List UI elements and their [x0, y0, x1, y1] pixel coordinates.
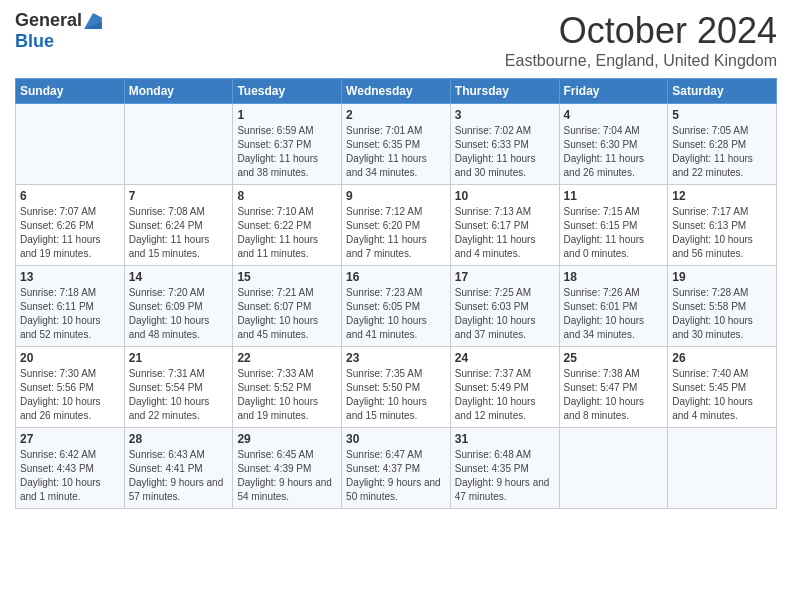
day-number: 10 — [455, 189, 555, 203]
cell-content: Sunrise: 7:38 AM Sunset: 5:47 PM Dayligh… — [564, 367, 664, 423]
calendar-cell: 11Sunrise: 7:15 AM Sunset: 6:15 PM Dayli… — [559, 185, 668, 266]
cell-content: Sunrise: 7:17 AM Sunset: 6:13 PM Dayligh… — [672, 205, 772, 261]
calendar-week-1: 1Sunrise: 6:59 AM Sunset: 6:37 PM Daylig… — [16, 104, 777, 185]
day-number: 30 — [346, 432, 446, 446]
day-number: 20 — [20, 351, 120, 365]
cell-content: Sunrise: 7:30 AM Sunset: 5:56 PM Dayligh… — [20, 367, 120, 423]
calendar-cell: 5Sunrise: 7:05 AM Sunset: 6:28 PM Daylig… — [668, 104, 777, 185]
cell-content: Sunrise: 7:05 AM Sunset: 6:28 PM Dayligh… — [672, 124, 772, 180]
calendar-cell: 8Sunrise: 7:10 AM Sunset: 6:22 PM Daylig… — [233, 185, 342, 266]
calendar-cell: 19Sunrise: 7:28 AM Sunset: 5:58 PM Dayli… — [668, 266, 777, 347]
calendar-cell — [124, 104, 233, 185]
calendar-cell: 22Sunrise: 7:33 AM Sunset: 5:52 PM Dayli… — [233, 347, 342, 428]
day-number: 6 — [20, 189, 120, 203]
calendar-cell: 14Sunrise: 7:20 AM Sunset: 6:09 PM Dayli… — [124, 266, 233, 347]
calendar-cell: 12Sunrise: 7:17 AM Sunset: 6:13 PM Dayli… — [668, 185, 777, 266]
calendar-week-2: 6Sunrise: 7:07 AM Sunset: 6:26 PM Daylig… — [16, 185, 777, 266]
calendar-cell: 17Sunrise: 7:25 AM Sunset: 6:03 PM Dayli… — [450, 266, 559, 347]
day-number: 23 — [346, 351, 446, 365]
cell-content: Sunrise: 6:45 AM Sunset: 4:39 PM Dayligh… — [237, 448, 337, 504]
cell-content: Sunrise: 7:10 AM Sunset: 6:22 PM Dayligh… — [237, 205, 337, 261]
day-number: 18 — [564, 270, 664, 284]
calendar-week-3: 13Sunrise: 7:18 AM Sunset: 6:11 PM Dayli… — [16, 266, 777, 347]
day-number: 1 — [237, 108, 337, 122]
day-number: 21 — [129, 351, 229, 365]
cell-content: Sunrise: 6:59 AM Sunset: 6:37 PM Dayligh… — [237, 124, 337, 180]
calendar-cell: 31Sunrise: 6:48 AM Sunset: 4:35 PM Dayli… — [450, 428, 559, 509]
cell-content: Sunrise: 7:40 AM Sunset: 5:45 PM Dayligh… — [672, 367, 772, 423]
day-number: 8 — [237, 189, 337, 203]
logo-icon — [84, 13, 102, 29]
col-header-wednesday: Wednesday — [342, 79, 451, 104]
day-number: 5 — [672, 108, 772, 122]
cell-content: Sunrise: 6:47 AM Sunset: 4:37 PM Dayligh… — [346, 448, 446, 504]
page-header: General Blue October 2024 Eastbourne, En… — [15, 10, 777, 70]
day-number: 29 — [237, 432, 337, 446]
calendar-week-5: 27Sunrise: 6:42 AM Sunset: 4:43 PM Dayli… — [16, 428, 777, 509]
col-header-saturday: Saturday — [668, 79, 777, 104]
day-number: 11 — [564, 189, 664, 203]
calendar-cell: 6Sunrise: 7:07 AM Sunset: 6:26 PM Daylig… — [16, 185, 125, 266]
cell-content: Sunrise: 7:25 AM Sunset: 6:03 PM Dayligh… — [455, 286, 555, 342]
calendar-cell: 10Sunrise: 7:13 AM Sunset: 6:17 PM Dayli… — [450, 185, 559, 266]
calendar-cell: 28Sunrise: 6:43 AM Sunset: 4:41 PM Dayli… — [124, 428, 233, 509]
cell-content: Sunrise: 7:26 AM Sunset: 6:01 PM Dayligh… — [564, 286, 664, 342]
calendar-cell: 29Sunrise: 6:45 AM Sunset: 4:39 PM Dayli… — [233, 428, 342, 509]
cell-content: Sunrise: 7:33 AM Sunset: 5:52 PM Dayligh… — [237, 367, 337, 423]
col-header-friday: Friday — [559, 79, 668, 104]
day-number: 24 — [455, 351, 555, 365]
cell-content: Sunrise: 7:18 AM Sunset: 6:11 PM Dayligh… — [20, 286, 120, 342]
day-number: 12 — [672, 189, 772, 203]
day-number: 17 — [455, 270, 555, 284]
calendar-cell: 9Sunrise: 7:12 AM Sunset: 6:20 PM Daylig… — [342, 185, 451, 266]
calendar-cell: 4Sunrise: 7:04 AM Sunset: 6:30 PM Daylig… — [559, 104, 668, 185]
day-number: 27 — [20, 432, 120, 446]
calendar-week-4: 20Sunrise: 7:30 AM Sunset: 5:56 PM Dayli… — [16, 347, 777, 428]
calendar-cell: 2Sunrise: 7:01 AM Sunset: 6:35 PM Daylig… — [342, 104, 451, 185]
calendar-cell: 15Sunrise: 7:21 AM Sunset: 6:07 PM Dayli… — [233, 266, 342, 347]
cell-content: Sunrise: 7:35 AM Sunset: 5:50 PM Dayligh… — [346, 367, 446, 423]
cell-content: Sunrise: 7:31 AM Sunset: 5:54 PM Dayligh… — [129, 367, 229, 423]
day-number: 26 — [672, 351, 772, 365]
cell-content: Sunrise: 7:28 AM Sunset: 5:58 PM Dayligh… — [672, 286, 772, 342]
calendar-cell: 7Sunrise: 7:08 AM Sunset: 6:24 PM Daylig… — [124, 185, 233, 266]
cell-content: Sunrise: 6:48 AM Sunset: 4:35 PM Dayligh… — [455, 448, 555, 504]
cell-content: Sunrise: 6:42 AM Sunset: 4:43 PM Dayligh… — [20, 448, 120, 504]
calendar-cell: 30Sunrise: 6:47 AM Sunset: 4:37 PM Dayli… — [342, 428, 451, 509]
day-number: 7 — [129, 189, 229, 203]
calendar-cell: 18Sunrise: 7:26 AM Sunset: 6:01 PM Dayli… — [559, 266, 668, 347]
cell-content: Sunrise: 7:20 AM Sunset: 6:09 PM Dayligh… — [129, 286, 229, 342]
day-number: 15 — [237, 270, 337, 284]
location-title: Eastbourne, England, United Kingdom — [505, 52, 777, 70]
calendar-table: SundayMondayTuesdayWednesdayThursdayFrid… — [15, 78, 777, 509]
calendar-cell: 13Sunrise: 7:18 AM Sunset: 6:11 PM Dayli… — [16, 266, 125, 347]
calendar-cell — [559, 428, 668, 509]
calendar-cell: 23Sunrise: 7:35 AM Sunset: 5:50 PM Dayli… — [342, 347, 451, 428]
day-number: 19 — [672, 270, 772, 284]
cell-content: Sunrise: 7:37 AM Sunset: 5:49 PM Dayligh… — [455, 367, 555, 423]
calendar-cell: 21Sunrise: 7:31 AM Sunset: 5:54 PM Dayli… — [124, 347, 233, 428]
day-number: 31 — [455, 432, 555, 446]
cell-content: Sunrise: 7:04 AM Sunset: 6:30 PM Dayligh… — [564, 124, 664, 180]
col-header-thursday: Thursday — [450, 79, 559, 104]
day-number: 16 — [346, 270, 446, 284]
calendar-cell: 1Sunrise: 6:59 AM Sunset: 6:37 PM Daylig… — [233, 104, 342, 185]
calendar-header-row: SundayMondayTuesdayWednesdayThursdayFrid… — [16, 79, 777, 104]
col-header-monday: Monday — [124, 79, 233, 104]
calendar-cell: 27Sunrise: 6:42 AM Sunset: 4:43 PM Dayli… — [16, 428, 125, 509]
cell-content: Sunrise: 7:12 AM Sunset: 6:20 PM Dayligh… — [346, 205, 446, 261]
logo: General Blue — [15, 10, 102, 52]
logo-general-text: General — [15, 10, 82, 31]
day-number: 13 — [20, 270, 120, 284]
day-number: 14 — [129, 270, 229, 284]
day-number: 22 — [237, 351, 337, 365]
month-title: October 2024 — [505, 10, 777, 52]
calendar-cell — [16, 104, 125, 185]
cell-content: Sunrise: 7:02 AM Sunset: 6:33 PM Dayligh… — [455, 124, 555, 180]
calendar-cell: 20Sunrise: 7:30 AM Sunset: 5:56 PM Dayli… — [16, 347, 125, 428]
day-number: 4 — [564, 108, 664, 122]
cell-content: Sunrise: 7:23 AM Sunset: 6:05 PM Dayligh… — [346, 286, 446, 342]
cell-content: Sunrise: 7:13 AM Sunset: 6:17 PM Dayligh… — [455, 205, 555, 261]
cell-content: Sunrise: 7:07 AM Sunset: 6:26 PM Dayligh… — [20, 205, 120, 261]
cell-content: Sunrise: 6:43 AM Sunset: 4:41 PM Dayligh… — [129, 448, 229, 504]
